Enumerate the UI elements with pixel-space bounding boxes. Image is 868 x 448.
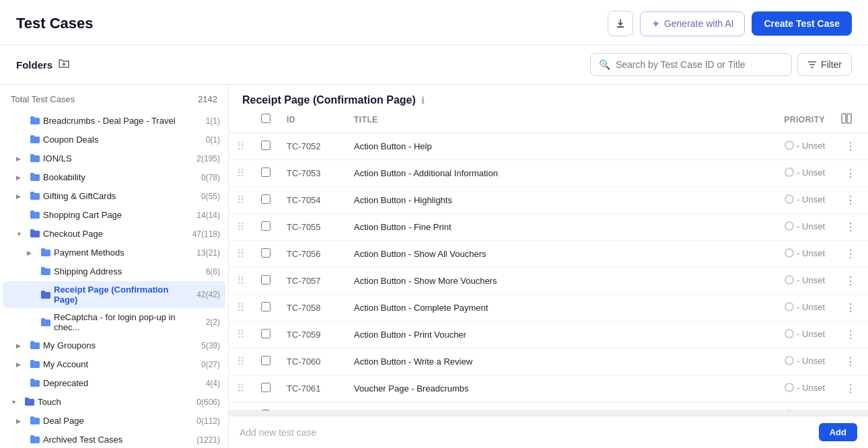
search-input[interactable] (616, 59, 783, 70)
row-checkbox[interactable] (261, 383, 270, 392)
sidebar-item-label-my-groupons: My Groupons (43, 340, 198, 350)
sidebar-item-payment-methods[interactable]: ▶ Payment Methods13(21) (3, 244, 225, 262)
row-checkbox-cell (253, 348, 279, 375)
row-checkbox[interactable] (261, 275, 270, 285)
sidebar-item-shipping-address[interactable]: Shipping Address6(6) (3, 262, 225, 281)
create-test-case-button[interactable]: Create Test Case (752, 11, 852, 36)
row-checkbox[interactable] (261, 221, 270, 231)
row-checkbox[interactable] (261, 356, 270, 365)
row-more-button[interactable]: ⋮ (841, 193, 860, 207)
row-more-button[interactable]: ⋮ (841, 328, 860, 342)
sidebar-item-count-recaptcha: 2(2) (206, 318, 220, 327)
col-checkbox-header (253, 106, 279, 133)
sidebar-item-deal-page[interactable]: ▶ Deal Page0(112) (3, 412, 225, 430)
svg-rect-1 (847, 114, 851, 123)
filter-button[interactable]: Filter (797, 53, 852, 76)
sidebar-item-checkout[interactable]: ▼ Checkout Page47(118) (3, 225, 225, 243)
add-placeholder[interactable]: Add new test case (240, 427, 316, 438)
sidebar-item-receipt-page[interactable]: Receipt Page (Confirmation Page)42(42) (3, 281, 225, 308)
priority-text: - Unset (797, 221, 825, 231)
sidebar-item-my-account[interactable]: ▶ My Account0(27) (3, 355, 225, 373)
columns-icon[interactable] (841, 113, 852, 124)
row-checkbox-cell (253, 402, 279, 411)
drag-handle[interactable]: ⠿ (229, 214, 253, 241)
sidebar-item-count-deprecated: 4(4) (206, 379, 220, 388)
priority-badge: - Unset (785, 221, 825, 231)
row-checkbox-cell (253, 160, 279, 187)
row-checkbox[interactable] (261, 194, 270, 204)
row-more-button[interactable]: ⋮ (841, 274, 860, 288)
tree-container: Breadcrumbs - Deal Page - Travel1(1) Cou… (0, 112, 228, 448)
sidebar-item-deprecated[interactable]: Deprecated4(4) (3, 374, 225, 392)
row-more-button[interactable]: ⋮ (841, 220, 860, 234)
sidebar-item-breadcrumbs[interactable]: Breadcrumbs - Deal Page - Travel1(1) (3, 112, 225, 130)
folders-label: Folders (16, 57, 70, 72)
sidebar-item-coupon-deals[interactable]: Coupon Deals0(1) (3, 130, 225, 149)
priority-text: - Unset (797, 383, 825, 393)
row-checkbox-cell (253, 268, 279, 295)
sidebar-item-ion-ls[interactable]: ▶ ION/LS2(195) (3, 149, 225, 167)
row-more-button[interactable]: ⋮ (841, 166, 860, 180)
priority-badge: - Unset (785, 302, 825, 312)
row-more-button[interactable]: ⋮ (841, 139, 860, 153)
sidebar-item-label-payment-methods: Payment Methods (54, 248, 194, 258)
drag-handle[interactable]: ⠿ (229, 268, 253, 295)
drag-handle[interactable]: ⠿ (229, 295, 253, 322)
sidebar-item-gifting[interactable]: ▶ Gifting & GiftCards0(55) (3, 187, 225, 205)
priority-badge: - Unset (785, 194, 825, 204)
row-menu-cell: ⋮ (833, 348, 868, 375)
drag-handle[interactable]: ⠿ (229, 375, 253, 402)
sidebar: Total Test Cases 2142 Breadcrumbs - Deal… (0, 85, 229, 448)
sidebar-item-label-deal-page: Deal Page (43, 416, 194, 426)
row-more-button[interactable]: ⋮ (841, 354, 860, 369)
generate-ai-button[interactable]: ✦ Generate with AI (640, 11, 746, 36)
row-more-button[interactable]: ⋮ (841, 301, 860, 315)
add-folder-icon[interactable] (58, 57, 70, 72)
sidebar-item-archived[interactable]: Archived Test Cases(1221) (3, 431, 225, 448)
row-priority: - Unset (725, 160, 833, 187)
sidebar-item-count-gifting: 0(55) (201, 192, 220, 201)
tree-arrow-ion-ls: ▶ (16, 155, 27, 162)
row-checkbox[interactable] (261, 248, 270, 258)
sidebar-item-label-checkout: Checkout Page (43, 229, 190, 239)
sidebar-item-my-groupons[interactable]: ▶ My Groupons5(39) (3, 336, 225, 354)
row-more-button[interactable]: ⋮ (841, 247, 860, 261)
drag-handle[interactable]: ⠿ (229, 322, 253, 348)
row-checkbox-cell (253, 241, 279, 268)
download-button[interactable] (608, 11, 633, 36)
row-checkbox-cell (253, 322, 279, 348)
select-all-checkbox[interactable] (261, 114, 270, 123)
sidebar-item-label-ion-ls: ION/LS (43, 153, 194, 163)
sidebar-item-label-gifting: Gifting & GiftCards (43, 191, 198, 201)
row-checkbox-cell (253, 214, 279, 241)
tree-arrow-bookability: ▶ (16, 174, 27, 181)
priority-dot (785, 167, 794, 177)
sidebar-item-recaptcha[interactable]: ReCaptcha - for login pop-up in chec...2… (3, 309, 225, 336)
drag-handle[interactable]: ⠿ (229, 187, 253, 214)
row-id: TC-7057 (279, 268, 346, 295)
row-id: TC-7055 (279, 214, 346, 241)
drag-handle[interactable]: ⠿ (229, 241, 253, 268)
drag-handle[interactable]: ⠿ (229, 402, 253, 411)
drag-handle[interactable]: ⠿ (229, 133, 253, 160)
table-row: ⠿ TC-7056 Action Button - Show All Vouch… (229, 241, 868, 268)
info-icon[interactable]: ℹ (421, 95, 425, 106)
sidebar-item-touch[interactable]: ▼ Touch0(606) (3, 393, 225, 411)
col-id-header: ID (279, 106, 346, 133)
row-checkbox[interactable] (261, 141, 270, 150)
drag-handle[interactable]: ⠿ (229, 160, 253, 187)
priority-dot (785, 221, 794, 231)
horizontal-scrollbar[interactable] (229, 410, 868, 416)
row-more-button[interactable]: ⋮ (841, 381, 860, 396)
sidebar-item-label-touch: Touch (38, 397, 194, 407)
row-checkbox[interactable] (261, 302, 270, 311)
search-icon: 🔍 (599, 59, 610, 70)
add-button[interactable]: Add (819, 423, 857, 441)
drag-handle[interactable]: ⠿ (229, 348, 253, 375)
sidebar-item-bookability[interactable]: ▶ Bookability0(78) (3, 168, 225, 186)
sidebar-item-shopping-cart[interactable]: Shopping Cart Page14(14) (3, 206, 225, 224)
header: Test Cases ✦ Generate with AI Create Tes… (0, 0, 868, 45)
row-checkbox[interactable] (261, 329, 270, 338)
priority-dot (785, 141, 794, 150)
row-checkbox[interactable] (261, 167, 270, 177)
